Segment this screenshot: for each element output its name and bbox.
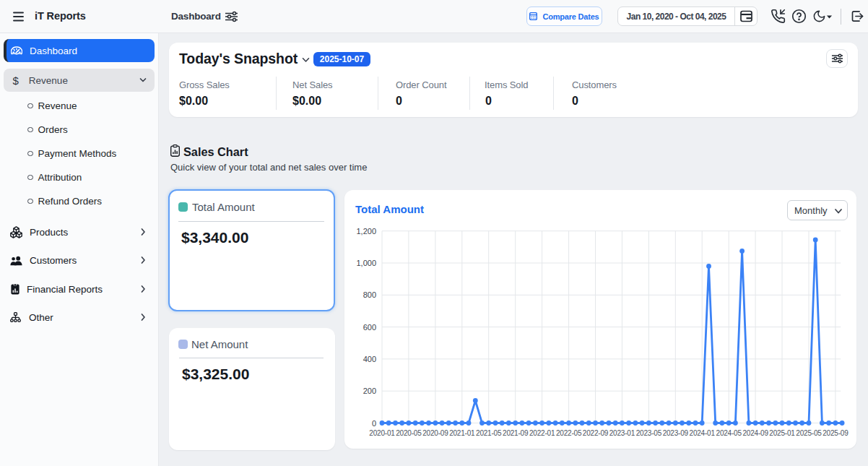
svg-text:2020-09: 2020-09 <box>422 429 448 437</box>
svg-text:2024-05: 2024-05 <box>716 429 742 437</box>
svg-text:0: 0 <box>372 419 376 428</box>
svg-text:2025-09: 2025-09 <box>823 429 849 437</box>
svg-text:400: 400 <box>363 355 376 363</box>
svg-text:2024-09: 2024-09 <box>742 429 768 437</box>
svg-text:2022-05: 2022-05 <box>556 429 582 437</box>
svg-text:2021-09: 2021-09 <box>503 429 529 437</box>
svg-text:2022-01: 2022-01 <box>529 429 555 437</box>
svg-text:2020-01: 2020-01 <box>369 429 395 437</box>
svg-text:2022-09: 2022-09 <box>583 429 609 437</box>
svg-text:2025-05: 2025-05 <box>796 429 822 437</box>
svg-text:2020-05: 2020-05 <box>396 429 422 437</box>
svg-text:2024-01: 2024-01 <box>690 429 716 437</box>
svg-text:1,000: 1,000 <box>356 259 376 267</box>
svg-text:2023-09: 2023-09 <box>663 429 689 437</box>
svg-text:2023-01: 2023-01 <box>609 429 635 437</box>
svg-text:2025-01: 2025-01 <box>769 429 795 437</box>
svg-text:600: 600 <box>363 323 376 332</box>
svg-text:2021-01: 2021-01 <box>449 429 475 437</box>
svg-text:800: 800 <box>363 290 376 299</box>
svg-text:2023-05: 2023-05 <box>636 429 662 437</box>
svg-text:2021-05: 2021-05 <box>476 429 502 437</box>
svg-text:200: 200 <box>363 387 376 395</box>
svg-text:1,200: 1,200 <box>356 227 376 236</box>
